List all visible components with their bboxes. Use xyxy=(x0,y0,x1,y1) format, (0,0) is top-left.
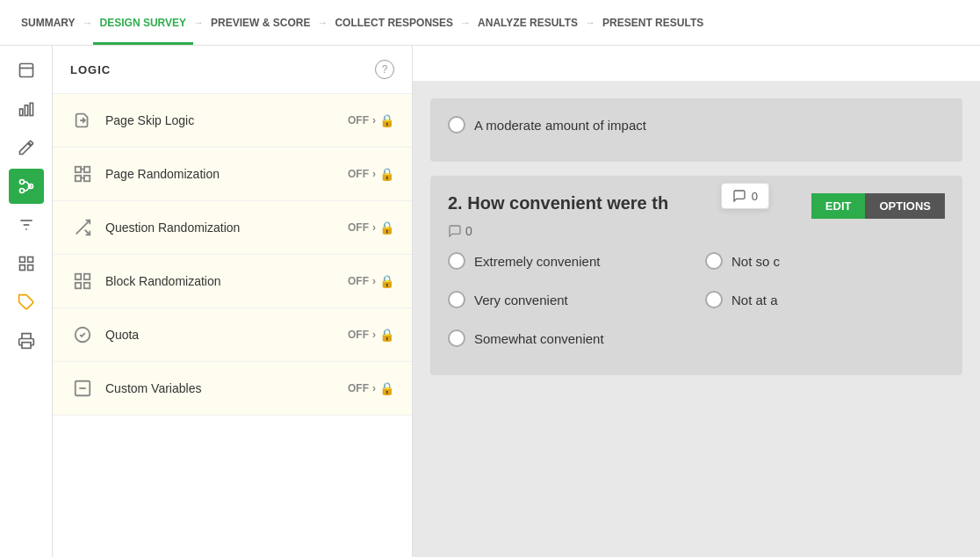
nav-arrow-4: → xyxy=(460,17,471,29)
block-rand-status: OFF › 🔒 xyxy=(348,274,394,288)
svg-rect-0 xyxy=(19,64,32,77)
option-very: Very convenient xyxy=(448,291,688,308)
nav-arrow-5: → xyxy=(585,17,595,29)
option-not-so: Not so c xyxy=(705,252,945,270)
comment-row-count: 0 xyxy=(465,224,472,238)
block-rand-label: Block Randomization xyxy=(105,274,348,288)
option-somewhat: Somewhat convenient xyxy=(448,329,688,347)
svg-rect-15 xyxy=(22,343,31,349)
nav-preview[interactable]: PREVIEW & SCORE xyxy=(204,0,317,45)
svg-rect-10 xyxy=(19,257,25,263)
question-rand-status: OFF › 🔒 xyxy=(348,221,394,235)
page-skip-icon xyxy=(70,108,95,133)
nav-design-label: DESIGN SURVEY xyxy=(100,17,186,29)
svg-rect-19 xyxy=(84,176,90,181)
svg-rect-24 xyxy=(76,274,81,279)
pen-icon-btn[interactable] xyxy=(9,130,44,165)
nav-arrow-2: → xyxy=(193,17,204,29)
option-extremely: Extremely convenient xyxy=(448,252,688,270)
svg-rect-12 xyxy=(19,265,25,271)
comment-tooltip-icon xyxy=(732,189,746,203)
nav-arrow-1: → xyxy=(83,17,93,29)
top-navigation: SUMMARY → DESIGN SURVEY → PREVIEW & SCOR… xyxy=(0,0,980,46)
nav-collect[interactable]: COLLECT RESPONSES xyxy=(328,0,460,45)
question-rand-label: Question Randomization xyxy=(105,221,348,235)
option-moderate-text: A moderate amount of impact xyxy=(474,118,646,133)
svg-rect-11 xyxy=(27,257,32,263)
logic-item-quota[interactable]: Quota OFF › 🔒 xyxy=(53,308,412,362)
tag-icon-btn[interactable] xyxy=(9,285,44,320)
option-moderate: A moderate amount of impact xyxy=(448,116,945,134)
help-button[interactable]: ? xyxy=(375,60,394,79)
svg-rect-18 xyxy=(76,176,81,181)
quota-icon xyxy=(70,322,95,347)
option-not-at-text: Not at a xyxy=(731,293,778,307)
page-rand-status: OFF › 🔒 xyxy=(348,167,394,181)
svg-point-4 xyxy=(19,180,24,184)
tooltip-count: 0 xyxy=(752,190,758,203)
question-rand-lock-icon: 🔒 xyxy=(379,221,394,235)
svg-rect-27 xyxy=(84,283,90,288)
svg-rect-13 xyxy=(27,265,32,271)
inbox-icon-btn[interactable] xyxy=(9,53,44,88)
radio-very[interactable] xyxy=(448,291,465,308)
radio-not-so[interactable] xyxy=(705,252,723,270)
main-layout: LOGIC ? Page Skip Logic OFF › 🔒 xyxy=(0,46,980,557)
grid-icon-btn[interactable] xyxy=(9,246,44,281)
comment-tooltip-popup[interactable]: 0 xyxy=(721,183,769,209)
radio-not-at[interactable] xyxy=(705,291,723,308)
page-rand-icon xyxy=(70,162,95,186)
radio-extremely[interactable] xyxy=(448,252,465,270)
logic-item-custom-var[interactable]: Custom Variables OFF › 🔒 xyxy=(53,362,412,416)
logic-item-question-rand[interactable]: Question Randomization OFF › 🔒 xyxy=(53,201,412,255)
sidebar-title: LOGIC xyxy=(70,63,111,76)
radio-somewhat[interactable] xyxy=(448,329,465,347)
nav-arrow-3: → xyxy=(317,17,328,29)
quota-label: Quota xyxy=(105,328,348,342)
svg-rect-17 xyxy=(84,167,90,172)
nav-present-label: PRESENT RESULTS xyxy=(602,17,703,29)
option-not-at: Not at a xyxy=(705,291,945,308)
nav-collect-label: COLLECT RESPONSES xyxy=(335,17,453,29)
nav-preview-label: PREVIEW & SCORE xyxy=(211,17,310,29)
nav-summary[interactable]: SUMMARY xyxy=(14,0,83,45)
option-extremely-text: Extremely convenient xyxy=(474,254,600,269)
logic-item-block-rand[interactable]: Block Randomization OFF › 🔒 xyxy=(53,255,412,308)
svg-rect-16 xyxy=(76,167,81,172)
nav-design-survey[interactable]: DESIGN SURVEY xyxy=(93,0,193,45)
svg-rect-1 xyxy=(19,109,22,116)
quota-status: OFF › 🔒 xyxy=(348,328,394,342)
nav-present[interactable]: PRESENT RESULTS xyxy=(595,0,710,45)
nav-summary-label: SUMMARY xyxy=(21,17,76,29)
page-skip-label: Page Skip Logic xyxy=(105,113,348,127)
svg-rect-26 xyxy=(76,283,81,288)
sidebar-header: LOGIC ? xyxy=(53,46,412,94)
chart-icon-btn[interactable] xyxy=(9,91,44,127)
question-2-comment-row: 0 xyxy=(448,224,945,238)
quota-lock-icon: 🔒 xyxy=(379,328,394,342)
nav-analyze-label: ANALYZE RESULTS xyxy=(478,17,578,29)
svg-rect-25 xyxy=(84,274,90,279)
page-rand-label: Page Randomization xyxy=(105,167,348,181)
page-skip-lock-icon: 🔒 xyxy=(379,113,394,127)
content-top-bar xyxy=(413,46,980,81)
logic-item-page-skip[interactable]: Page Skip Logic OFF › 🔒 xyxy=(53,94,412,148)
options-button[interactable]: OPTIONS xyxy=(865,193,945,219)
custom-var-label: Custom Variables xyxy=(105,381,348,395)
option-very-text: Very convenient xyxy=(474,293,568,307)
option-not-so-text: Not so c xyxy=(731,254,780,269)
custom-var-lock-icon: 🔒 xyxy=(379,381,394,395)
logic-icon-btn[interactable] xyxy=(9,169,44,204)
question-2-title-row: 2. How convenient were th 0 EDIT OPTIONS xyxy=(448,193,945,219)
radio-moderate[interactable] xyxy=(448,116,465,134)
custom-var-status: OFF › 🔒 xyxy=(348,381,394,395)
print-icon-btn[interactable] xyxy=(9,323,44,358)
edit-button[interactable]: EDIT xyxy=(811,193,866,219)
content-area: A moderate amount of impact 2. How conve… xyxy=(413,46,980,557)
logic-item-page-rand[interactable]: Page Randomization OFF › 🔒 xyxy=(53,148,412,201)
question-2-actions: EDIT OPTIONS xyxy=(811,193,945,219)
sidebar-logic: LOGIC ? Page Skip Logic OFF › 🔒 xyxy=(53,46,413,557)
filter-icon-btn[interactable] xyxy=(9,207,44,242)
nav-analyze[interactable]: ANALYZE RESULTS xyxy=(471,0,585,45)
icon-bar xyxy=(0,46,53,557)
